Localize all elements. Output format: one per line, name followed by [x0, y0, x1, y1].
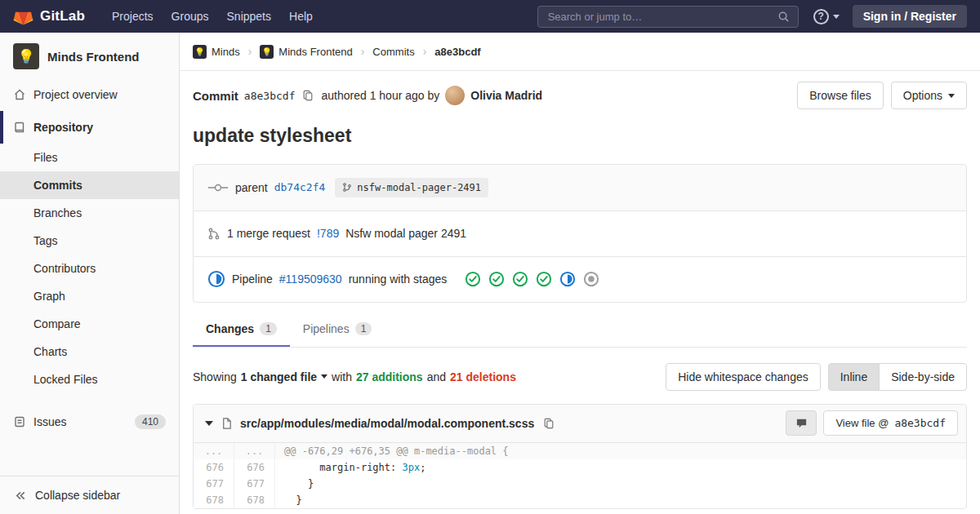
diff-table: ... ... @@ -676,29 +676,35 @@ m-media--m…: [194, 443, 966, 508]
mr-count-text: 1 merge request: [227, 227, 310, 240]
nav-item-snippets[interactable]: Snippets: [218, 5, 280, 28]
project-name: Minds Frontend: [47, 50, 140, 64]
stage-status-passed-icon[interactable]: [536, 271, 552, 287]
view-file-button[interactable]: View file @ a8e3bcdf: [823, 410, 958, 436]
repository-icon: [13, 121, 26, 134]
copy-icon: [302, 90, 314, 101]
sidebar-item-issues[interactable]: Issues 410: [0, 405, 179, 439]
collapse-sidebar-button[interactable]: Collapse sidebar: [0, 476, 179, 514]
sidebar-item-repository[interactable]: Repository: [0, 111, 179, 144]
copy-file-path-button[interactable]: [541, 416, 556, 431]
minds-frontend-avatar: 💡: [260, 45, 274, 59]
nav-item-groups[interactable]: Groups: [163, 5, 218, 28]
hunk-header: @@ -676,29 +676,35 @@ m-media--modal {: [275, 443, 966, 459]
commit-details-box: parent db74c2f4 nsfw-modal-pager-2491: [193, 164, 967, 303]
collapse-icon: [15, 490, 27, 502]
parent-label: parent: [235, 181, 268, 194]
view-mode-toggle: Inline Side-by-side: [828, 363, 967, 391]
stage-status-running-icon[interactable]: [559, 271, 576, 287]
copy-sha-button[interactable]: [301, 88, 315, 103]
pipelines-count-badge: 1: [355, 322, 372, 335]
chevron-down-icon: [321, 374, 327, 379]
tab-changes[interactable]: Changes 1: [193, 313, 290, 347]
tab-pipelines[interactable]: Pipelines 1: [290, 313, 385, 347]
gitlab-logo-link[interactable]: GitLab: [13, 7, 85, 26]
author-name-link[interactable]: Olivia Madrid: [470, 89, 542, 102]
copy-icon: [543, 418, 555, 429]
sidebar-item-graph[interactable]: Graph: [0, 282, 179, 310]
stage-status-passed-icon[interactable]: [488, 271, 505, 287]
hide-whitespace-button[interactable]: Hide whitespace changes: [666, 363, 821, 391]
sidebar-item-charts[interactable]: Charts: [0, 338, 179, 366]
new-line-number[interactable]: 678: [234, 492, 275, 508]
new-line-number[interactable]: 676: [234, 459, 275, 476]
sidebar-item-compare[interactable]: Compare: [0, 310, 179, 338]
help-dropdown[interactable]: ?: [813, 9, 840, 24]
sidebar-item-commits[interactable]: Commits: [0, 171, 179, 199]
pipeline-row: Pipeline #119509630 running with stages: [194, 256, 966, 302]
breadcrumb-minds-frontend[interactable]: 💡 Minds Frontend: [260, 45, 352, 59]
sidebar-nav: Project overview Repository Files Commit…: [0, 78, 179, 439]
merge-request-link[interactable]: !789: [317, 227, 339, 240]
sidebar-item-contributors[interactable]: Contributors: [0, 255, 179, 282]
sidebar-item-branches[interactable]: Branches: [0, 199, 179, 227]
toggle-comments-button[interactable]: [786, 410, 817, 436]
merge-request-row: 1 merge request !789 Nsfw modal pager 24…: [194, 210, 966, 256]
nav-menu: Projects Groups Snippets Help: [103, 5, 322, 28]
view-file-label: View file @: [835, 417, 889, 429]
new-line-number[interactable]: 677: [234, 476, 275, 492]
old-line-number[interactable]: 676: [194, 459, 234, 476]
issues-icon: [13, 415, 26, 428]
file-text-icon: [220, 417, 233, 430]
branch-ref-link[interactable]: nsfw-modal-pager-2491: [335, 178, 488, 197]
options-dropdown-button[interactable]: Options: [891, 82, 967, 109]
changed-files-dropdown[interactable]: 1 changed file: [241, 370, 327, 383]
sign-in-register-button[interactable]: Sign in / Register: [853, 5, 967, 28]
collapse-diff-caret[interactable]: [205, 421, 213, 426]
pipeline-mini-graph: [465, 271, 599, 287]
collapse-label: Collapse sidebar: [35, 489, 120, 502]
file-actions: View file @ a8e3bcdf: [786, 410, 958, 436]
stage-status-created-icon[interactable]: [583, 271, 599, 287]
author-avatar[interactable]: [445, 86, 465, 105]
old-line-number[interactable]: 677: [194, 476, 234, 492]
minds-group-avatar: 💡: [193, 45, 207, 59]
project-avatar: 💡: [13, 43, 39, 69]
stage-status-passed-icon[interactable]: [512, 271, 528, 287]
diff-view-controls: Hide whitespace changes Inline Side-by-s…: [666, 363, 967, 391]
sidebar-item-tags[interactable]: Tags: [0, 227, 179, 255]
chevron-down-icon: [948, 94, 955, 98]
sidebar-item-files[interactable]: Files: [0, 144, 179, 171]
side-by-side-view-button[interactable]: Side-by-side: [879, 363, 967, 391]
breadcrumb-commits[interactable]: Commits: [372, 46, 414, 58]
breadcrumb-minds[interactable]: 💡 Minds: [193, 45, 240, 59]
code-line: margin-right: 3px;: [275, 459, 966, 476]
stage-status-passed-icon[interactable]: [465, 271, 481, 287]
changed-files-label: 1 changed file: [241, 370, 317, 383]
options-label: Options: [903, 89, 942, 102]
pipeline-label: Pipeline: [232, 273, 273, 286]
parent-sha-link[interactable]: db74c2f4: [274, 181, 326, 193]
pipeline-link[interactable]: #119509630: [279, 273, 342, 286]
breadcrumb-separator: [423, 45, 427, 58]
nav-item-projects[interactable]: Projects: [103, 5, 163, 28]
with-label: with: [332, 370, 352, 383]
search-input[interactable]: [546, 10, 771, 24]
deletions-count: 21 deletions: [450, 370, 516, 383]
nav-item-help[interactable]: Help: [280, 5, 322, 28]
search-icon[interactable]: [777, 11, 790, 23]
old-line-number[interactable]: 678: [194, 492, 234, 508]
issues-count-badge: 410: [135, 414, 166, 429]
browse-files-button[interactable]: Browse files: [797, 82, 883, 109]
hunk-row: ... ... @@ -676,29 +676,35 @@ m-media--m…: [194, 443, 966, 459]
inline-view-button[interactable]: Inline: [828, 363, 880, 391]
chevron-down-icon: [833, 15, 840, 19]
brand-name: GitLab: [40, 8, 85, 24]
repository-submenu: Files Commits Branches Tags Contributors…: [0, 144, 179, 393]
and-label: and: [427, 370, 446, 383]
sidebar-item-locked-files[interactable]: Locked Files: [0, 366, 179, 393]
sidebar-item-project-overview[interactable]: Project overview: [0, 78, 179, 111]
sidebar-project-header[interactable]: 💡 Minds Frontend: [0, 33, 179, 78]
file-diff-header: src/app/modules/media/modal/modal.compon…: [194, 405, 966, 443]
commit-icon: [207, 182, 229, 193]
